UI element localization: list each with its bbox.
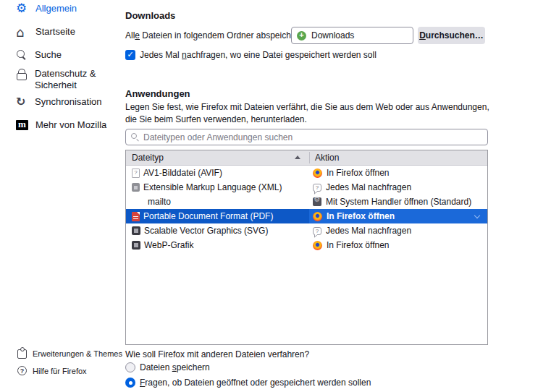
action-label: Jedes Mal nachfragen [326,182,411,192]
mozilla-icon [16,120,28,130]
sidebar-item-label: Synchronisation [35,96,102,108]
file-types-table: Dateityp Aktion AV1-Bilddatei (AVIF) In … [125,150,488,345]
action-label: Mit System Handler öffnen (Standard) [326,197,471,207]
gear-icon [16,3,28,15]
always-ask-label: Jedes Mal nachfragen, wo eine Datei gesp… [140,50,377,60]
table-header: Dateityp Aktion [126,150,487,166]
sidebar-item-label: Datenschutz & Sicherheit [35,68,110,91]
save-files-label: Dateien speichern [140,362,210,372]
action-cell[interactable]: In Firefox öffnen [309,238,487,252]
firefox-icon [313,169,322,178]
table-row-xml[interactable]: Extensible Markup Language (XML) Jedes M… [126,180,487,195]
file-type-label: Portable Document Format (PDF) [143,211,273,221]
table-row-svg[interactable]: Scalable Vector Graphics (SVG) Jedes Mal… [126,223,487,238]
sidebar-item-synchronisation[interactable]: Synchronisation [16,96,102,108]
file-generic-icon [132,183,140,192]
other-files-question: Wie soll Firefox mit anderen Dateien ver… [125,349,309,359]
action-cell[interactable]: Jedes Mal nachfragen [309,180,487,195]
sidebar-item-startseite[interactable]: Startseite [16,26,75,38]
ask-bubble-icon [313,184,321,192]
sidebar-item-label: Suche [35,49,62,61]
file-type-label: mailto [148,197,171,207]
action-dropdown[interactable]: In Firefox öffnen [309,209,487,223]
column-divider [309,152,310,163]
table-row-avif[interactable]: AV1-Bilddatei (AVIF) In Firefox öffnen [126,166,487,180]
help-icon [17,366,27,375]
downloads-heading: Downloads [125,10,175,21]
sync-icon [16,96,28,108]
ask-bubble-icon [313,227,321,235]
firefox-settings-page: Allgemein Startseite Suche Datenschutz &… [0,0,551,392]
sort-ascending-icon [295,155,300,159]
home-icon [16,26,28,38]
applications-description: Legen Sie fest, wie Firefox mit Dateien … [125,101,491,126]
sidebar-item-datenschutz[interactable]: Datenschutz & Sicherheit [16,68,110,91]
sidebar-footer-label: Erweiterungen & Themes [33,349,122,358]
sidebar-footer-label: Hilfe für Firefox [33,367,87,375]
action-cell[interactable]: Jedes Mal nachfragen [309,223,487,238]
sidebar-item-label: Startseite [35,26,75,38]
column-header-dateityp[interactable]: Dateityp [132,150,164,165]
downloads-folder-icon [297,31,306,41]
sidebar-item-erweiterungen[interactable]: Erweiterungen & Themes [17,349,122,359]
file-image-icon [132,226,140,235]
file-pdf-icon [132,212,140,221]
radio-checked-icon[interactable] [125,378,135,388]
sidebar-item-allgemein[interactable]: Allgemein [16,3,77,15]
settings-sidebar: Allgemein Startseite Suche Datenschutz &… [0,0,125,392]
sidebar-item-hilfe[interactable]: Hilfe für Firefox [17,366,87,375]
download-folder-value: Downloads [311,30,354,41]
table-row-webp[interactable]: WebP-Grafik In Firefox öffnen [126,238,487,252]
system-handler-icon [313,197,321,206]
search-icon [16,49,28,61]
always-ask-checkbox-row[interactable]: Jedes Mal nachfragen, wo eine Datei gesp… [125,50,377,60]
applications-search [125,129,488,145]
file-type-label: Extensible Markup Language (XML) [143,182,282,192]
firefox-icon [313,212,322,221]
ask-files-label: Fragen, ob Dateien geöffnet oder gespeic… [140,378,371,388]
table-row-pdf[interactable]: Portable Document Format (PDF) In Firefo… [126,209,487,223]
column-header-aktion[interactable]: Aktion [315,150,339,165]
lock-icon [16,68,28,80]
action-cell[interactable]: In Firefox öffnen [309,166,487,180]
file-type-label: Scalable Vector Graphics (SVG) [144,226,268,236]
download-folder-field[interactable]: Downloads [291,27,413,44]
action-label: In Firefox öffnen [327,168,390,178]
save-files-radio-row[interactable]: Dateien speichern [125,362,210,372]
file-type-label: AV1-Bilddatei (AVIF) [143,168,222,178]
file-image-icon [132,241,140,250]
sidebar-item-suche[interactable]: Suche [16,49,62,61]
file-unknown-icon [132,169,140,178]
settings-content: Downloads Alle Dateien in folgendem Ordn… [125,0,491,392]
sidebar-item-mehr-von-mozilla[interactable]: Mehr von Mozilla [16,119,106,131]
file-type-label: WebP-Grafik [144,240,193,250]
radio-unchecked-icon[interactable] [125,362,135,372]
checkbox-checked-icon[interactable] [125,50,135,60]
sidebar-item-label: Allgemein [35,3,77,14]
firefox-icon [313,241,322,250]
action-cell[interactable]: Mit System Handler öffnen (Standard) [309,195,487,209]
applications-heading: Anwendungen [125,88,190,99]
puzzle-icon [17,349,27,359]
table-row-mailto[interactable]: mailto Mit System Handler öffnen (Standa… [126,195,487,209]
applications-search-input[interactable] [125,129,488,145]
browse-button[interactable]: Durchsuchen… [418,27,485,44]
ask-files-radio-row[interactable]: Fragen, ob Dateien geöffnet oder gespeic… [125,378,371,388]
chevron-down-icon [474,213,480,218]
action-label: In Firefox öffnen [327,211,395,221]
action-label: Jedes Mal nachfragen [326,226,411,236]
download-folder-label: Alle Dateien in folgendem Ordner abspeic… [125,30,306,41]
action-label: In Firefox öffnen [327,240,390,250]
sidebar-item-label: Mehr von Mozilla [35,119,106,131]
